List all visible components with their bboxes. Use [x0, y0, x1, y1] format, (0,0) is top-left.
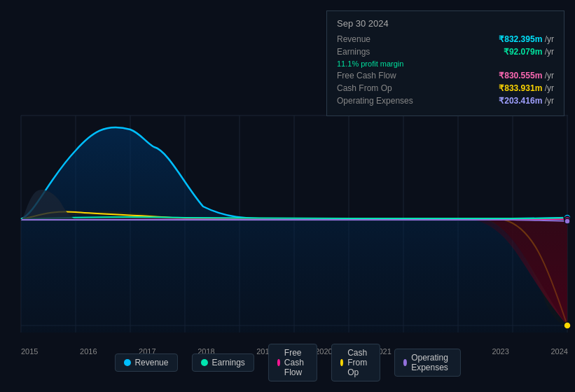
legend-label-earnings: Earnings — [212, 358, 244, 368]
x-label-2023: 2023 — [492, 347, 508, 356]
tooltip-opex-value: ₹203.416m /yr — [499, 96, 554, 106]
chart-svg — [0, 108, 575, 346]
chart-legend: Revenue Earnings Free Cash Flow Cash Fro… — [114, 344, 460, 382]
tooltip-cfop-label: Cash From Op — [337, 83, 428, 93]
tooltip-earnings-row: Earnings ₹92.079m /yr — [337, 47, 554, 57]
tooltip-fcf-label: Free Cash Flow — [337, 71, 428, 80]
tooltip-profit-margin: 11.1% profit margin — [337, 59, 554, 68]
tooltip-revenue-label: Revenue — [337, 34, 428, 44]
tooltip-opex-row: Operating Expenses ₹203.416m /yr — [337, 96, 554, 106]
chart-container: Sep 30 2024 Revenue ₹832.395m /yr Earnin… — [0, 0, 575, 392]
legend-dot-fcf — [277, 359, 280, 366]
legend-fcf[interactable]: Free Cash Flow — [268, 344, 317, 382]
tooltip-date: Sep 30 2024 — [337, 18, 554, 29]
tooltip-earnings-value: ₹92.079m /yr — [504, 47, 554, 57]
legend-dot-earnings — [200, 359, 207, 366]
tooltip-box: Sep 30 2024 Revenue ₹832.395m /yr Earnin… — [326, 10, 564, 116]
legend-earnings[interactable]: Earnings — [191, 354, 254, 372]
legend-cfop[interactable]: Cash From Op — [331, 344, 380, 382]
legend-label-opex: Operating Expenses — [411, 353, 451, 372]
legend-label-revenue: Revenue — [134, 358, 168, 368]
tooltip-revenue-row: Revenue ₹832.395m /yr — [337, 34, 554, 44]
legend-revenue[interactable]: Revenue — [114, 354, 177, 372]
legend-dot-cfop — [340, 359, 343, 366]
tooltip-cfop-value: ₹833.931m /yr — [499, 83, 554, 93]
legend-label-fcf: Free Cash Flow — [284, 348, 308, 377]
x-label-2024: 2024 — [550, 347, 567, 356]
x-label-2016: 2016 — [80, 347, 97, 356]
legend-label-cfop: Cash From Op — [347, 348, 371, 377]
svg-point-18 — [564, 322, 571, 329]
tooltip-opex-label: Operating Expenses — [337, 96, 428, 106]
tooltip-earnings-label: Earnings — [337, 47, 428, 57]
legend-dot-revenue — [123, 359, 130, 366]
tooltip-revenue-value: ₹832.395m /yr — [499, 34, 554, 44]
legend-opex[interactable]: Operating Expenses — [394, 349, 461, 377]
tooltip-cfop-row: Cash From Op ₹833.931m /yr — [337, 83, 554, 93]
tooltip-fcf-row: Free Cash Flow ₹830.555m /yr — [337, 71, 554, 80]
x-label-2015: 2015 — [21, 347, 38, 356]
tooltip-fcf-value: ₹830.555m /yr — [499, 71, 554, 80]
svg-point-19 — [564, 218, 570, 224]
legend-dot-opex — [403, 359, 407, 366]
